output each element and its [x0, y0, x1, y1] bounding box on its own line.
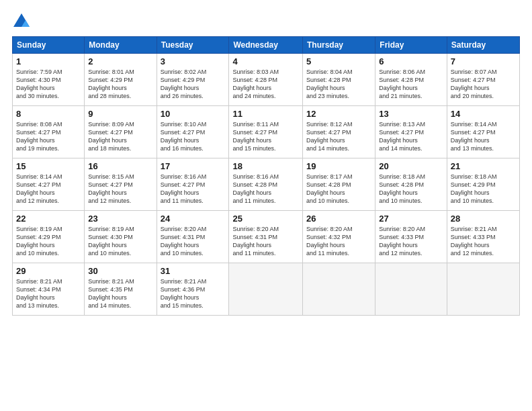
day-info: Sunrise: 8:07 AMSunset: 4:27 PMDaylight …: [451, 68, 516, 101]
day-number: 24: [161, 214, 226, 224]
calendar-cell: 12 Sunrise: 8:12 AMSunset: 4:27 PMDaylig…: [303, 106, 375, 158]
calendar: SundayMondayTuesdayWednesdayThursdayFrid…: [12, 36, 520, 316]
weekday-friday: Friday: [375, 37, 447, 54]
day-info: Sunrise: 8:18 AMSunset: 4:28 PMDaylight …: [379, 173, 443, 205]
calendar-cell: 6 Sunrise: 8:06 AMSunset: 4:28 PMDayligh…: [375, 54, 447, 106]
day-number: 22: [16, 214, 81, 224]
day-info: Sunrise: 8:10 AMSunset: 4:27 PMDaylight …: [161, 120, 226, 153]
day-number: 12: [306, 109, 371, 119]
day-number: 2: [88, 56, 152, 66]
day-info: Sunrise: 8:09 AMSunset: 4:27 PMDaylight …: [88, 120, 152, 153]
calendar-cell: 15 Sunrise: 8:14 AMSunset: 4:27 PMDaylig…: [13, 158, 85, 211]
calendar-cell: 22 Sunrise: 8:19 AMSunset: 4:29 PMDaylig…: [13, 211, 85, 263]
day-info: Sunrise: 8:01 AMSunset: 4:29 PMDaylight …: [88, 68, 152, 101]
day-info: Sunrise: 8:21 AMSunset: 4:33 PMDaylight …: [451, 225, 516, 258]
calendar-cell: 28 Sunrise: 8:21 AMSunset: 4:33 PMDaylig…: [447, 211, 519, 263]
day-info: Sunrise: 8:15 AMSunset: 4:27 PMDaylight …: [88, 173, 152, 205]
day-number: 19: [306, 161, 371, 171]
weekday-monday: Monday: [85, 37, 157, 54]
calendar-cell: 1 Sunrise: 7:59 AMSunset: 4:30 PMDayligh…: [13, 54, 85, 106]
calendar-cell: 11 Sunrise: 8:11 AMSunset: 4:27 PMDaylig…: [229, 106, 303, 158]
weekday-wednesday: Wednesday: [229, 37, 303, 54]
calendar-cell: 8 Sunrise: 8:08 AMSunset: 4:27 PMDayligh…: [13, 106, 85, 158]
day-number: 4: [232, 56, 299, 66]
weekday-thursday: Thursday: [303, 37, 375, 54]
calendar-cell: [303, 263, 375, 316]
day-info: Sunrise: 8:12 AMSunset: 4:27 PMDaylight …: [306, 120, 371, 153]
day-number: 29: [16, 266, 81, 276]
day-number: 7: [451, 56, 516, 66]
calendar-cell: 30 Sunrise: 8:21 AMSunset: 4:35 PMDaylig…: [85, 263, 157, 316]
day-info: Sunrise: 8:16 AMSunset: 4:27 PMDaylight …: [161, 173, 226, 205]
day-number: 9: [88, 109, 152, 119]
calendar-cell: 4 Sunrise: 8:03 AMSunset: 4:28 PMDayligh…: [229, 54, 303, 106]
header: [12, 12, 520, 31]
day-info: Sunrise: 8:14 AMSunset: 4:27 PMDaylight …: [451, 120, 516, 153]
day-info: Sunrise: 7:59 AMSunset: 4:30 PMDaylight …: [16, 68, 81, 101]
day-info: Sunrise: 8:17 AMSunset: 4:28 PMDaylight …: [306, 173, 371, 205]
day-number: 5: [306, 56, 371, 66]
day-info: Sunrise: 8:02 AMSunset: 4:29 PMDaylight …: [161, 68, 226, 101]
day-number: 25: [232, 214, 299, 224]
day-number: 15: [16, 161, 81, 171]
calendar-cell: 13 Sunrise: 8:13 AMSunset: 4:27 PMDaylig…: [375, 106, 447, 158]
weekday-header: SundayMondayTuesdayWednesdayThursdayFrid…: [13, 37, 520, 54]
calendar-cell: 18 Sunrise: 8:16 AMSunset: 4:28 PMDaylig…: [229, 158, 303, 211]
calendar-cell: 29 Sunrise: 8:21 AMSunset: 4:34 PMDaylig…: [13, 263, 85, 316]
logo: [12, 12, 34, 31]
calendar-row: 8 Sunrise: 8:08 AMSunset: 4:27 PMDayligh…: [13, 106, 520, 158]
day-number: 14: [451, 109, 516, 119]
day-number: 17: [161, 161, 226, 171]
day-info: Sunrise: 8:18 AMSunset: 4:29 PMDaylight …: [451, 173, 516, 205]
day-info: Sunrise: 8:21 AMSunset: 4:35 PMDaylight …: [88, 277, 152, 310]
day-info: Sunrise: 8:20 AMSunset: 4:32 PMDaylight …: [306, 225, 371, 258]
day-info: Sunrise: 8:13 AMSunset: 4:27 PMDaylight …: [379, 120, 443, 153]
day-info: Sunrise: 8:20 AMSunset: 4:31 PMDaylight …: [232, 225, 299, 258]
day-info: Sunrise: 8:08 AMSunset: 4:27 PMDaylight …: [16, 120, 81, 153]
calendar-cell: 2 Sunrise: 8:01 AMSunset: 4:29 PMDayligh…: [85, 54, 157, 106]
calendar-cell: 14 Sunrise: 8:14 AMSunset: 4:27 PMDaylig…: [447, 106, 519, 158]
day-number: 28: [451, 214, 516, 224]
day-number: 23: [88, 214, 152, 224]
day-number: 18: [232, 161, 299, 171]
calendar-cell: [447, 263, 519, 316]
calendar-row: 15 Sunrise: 8:14 AMSunset: 4:27 PMDaylig…: [13, 158, 520, 211]
day-number: 3: [161, 56, 226, 66]
day-info: Sunrise: 8:16 AMSunset: 4:28 PMDaylight …: [232, 173, 299, 205]
day-number: 26: [306, 214, 371, 224]
weekday-sunday: Sunday: [13, 37, 85, 54]
day-number: 8: [16, 109, 81, 119]
calendar-cell: 25 Sunrise: 8:20 AMSunset: 4:31 PMDaylig…: [229, 211, 303, 263]
calendar-cell: 23 Sunrise: 8:19 AMSunset: 4:30 PMDaylig…: [85, 211, 157, 263]
day-number: 16: [88, 161, 152, 171]
calendar-cell: 26 Sunrise: 8:20 AMSunset: 4:32 PMDaylig…: [303, 211, 375, 263]
day-info: Sunrise: 8:11 AMSunset: 4:27 PMDaylight …: [232, 120, 299, 153]
calendar-cell: 19 Sunrise: 8:17 AMSunset: 4:28 PMDaylig…: [303, 158, 375, 211]
calendar-cell: 10 Sunrise: 8:10 AMSunset: 4:27 PMDaylig…: [157, 106, 229, 158]
day-info: Sunrise: 8:14 AMSunset: 4:27 PMDaylight …: [16, 173, 81, 205]
day-number: 31: [161, 266, 226, 276]
day-number: 1: [16, 56, 81, 66]
day-info: Sunrise: 8:19 AMSunset: 4:30 PMDaylight …: [88, 225, 152, 258]
calendar-cell: [229, 263, 303, 316]
day-info: Sunrise: 8:03 AMSunset: 4:28 PMDaylight …: [232, 68, 299, 101]
calendar-cell: 16 Sunrise: 8:15 AMSunset: 4:27 PMDaylig…: [85, 158, 157, 211]
calendar-body: 1 Sunrise: 7:59 AMSunset: 4:30 PMDayligh…: [13, 54, 520, 316]
logo-icon: [12, 12, 31, 31]
day-info: Sunrise: 8:04 AMSunset: 4:28 PMDaylight …: [306, 68, 371, 101]
calendar-cell: 5 Sunrise: 8:04 AMSunset: 4:28 PMDayligh…: [303, 54, 375, 106]
day-number: 11: [232, 109, 299, 119]
day-info: Sunrise: 8:21 AMSunset: 4:34 PMDaylight …: [16, 277, 81, 310]
day-number: 21: [451, 161, 516, 171]
day-info: Sunrise: 8:21 AMSunset: 4:36 PMDaylight …: [161, 277, 226, 310]
day-number: 20: [379, 161, 443, 171]
page: SundayMondayTuesdayWednesdayThursdayFrid…: [0, 0, 532, 411]
day-info: Sunrise: 8:19 AMSunset: 4:29 PMDaylight …: [16, 225, 81, 258]
day-number: 13: [379, 109, 443, 119]
weekday-tuesday: Tuesday: [157, 37, 229, 54]
weekday-saturday: Saturday: [447, 37, 519, 54]
calendar-cell: 20 Sunrise: 8:18 AMSunset: 4:28 PMDaylig…: [375, 158, 447, 211]
day-info: Sunrise: 8:20 AMSunset: 4:33 PMDaylight …: [379, 225, 443, 258]
day-number: 6: [379, 56, 443, 66]
day-number: 27: [379, 214, 443, 224]
